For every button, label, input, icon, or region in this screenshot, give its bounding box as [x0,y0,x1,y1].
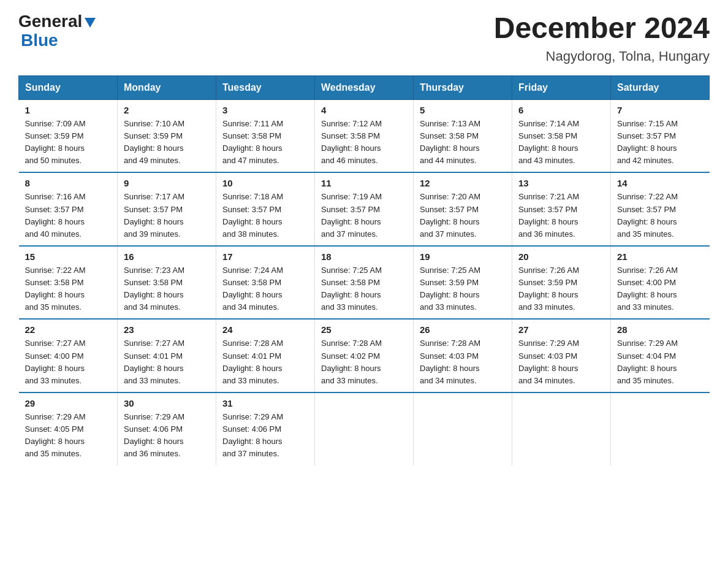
calendar-day-cell [512,393,611,465]
weekday-header-cell: Monday [118,75,216,99]
day-info: Sunrise: 7:24 AMSunset: 3:58 PMDaylight:… [222,266,283,312]
calendar-day-cell: 23Sunrise: 7:27 AMSunset: 4:01 PMDayligh… [118,319,216,393]
day-number: 3 [222,105,308,115]
day-info: Sunrise: 7:28 AMSunset: 4:01 PMDaylight:… [222,339,283,385]
day-number: 14 [617,178,703,188]
calendar-day-cell: 6Sunrise: 7:14 AMSunset: 3:58 PMDaylight… [512,99,611,172]
calendar-day-cell [315,393,414,465]
day-info: Sunrise: 7:28 AMSunset: 4:03 PMDaylight:… [420,339,480,385]
calendar-day-cell: 24Sunrise: 7:28 AMSunset: 4:01 PMDayligh… [216,319,315,393]
day-number: 7 [617,105,703,115]
weekday-header-cell: Friday [512,75,611,99]
calendar-week-row: 22Sunrise: 7:27 AMSunset: 4:00 PMDayligh… [19,319,710,393]
calendar-day-cell: 17Sunrise: 7:24 AMSunset: 3:58 PMDayligh… [216,246,315,320]
calendar-day-cell: 30Sunrise: 7:29 AMSunset: 4:06 PMDayligh… [118,393,216,465]
calendar-day-cell: 26Sunrise: 7:28 AMSunset: 4:03 PMDayligh… [414,319,512,393]
day-info: Sunrise: 7:28 AMSunset: 4:02 PMDaylight:… [321,339,382,385]
day-info: Sunrise: 7:15 AMSunset: 3:57 PMDaylight:… [617,119,678,165]
day-info: Sunrise: 7:20 AMSunset: 3:57 PMDaylight:… [420,192,480,238]
day-number: 26 [420,324,506,335]
calendar-day-cell: 22Sunrise: 7:27 AMSunset: 4:00 PMDayligh… [19,319,118,393]
day-info: Sunrise: 7:22 AMSunset: 3:57 PMDaylight:… [617,192,678,238]
calendar-day-cell: 16Sunrise: 7:23 AMSunset: 3:58 PMDayligh… [118,246,216,320]
day-number: 20 [518,251,604,262]
calendar-day-cell: 18Sunrise: 7:25 AMSunset: 3:58 PMDayligh… [315,246,414,320]
day-number: 11 [321,178,407,188]
day-info: Sunrise: 7:25 AMSunset: 3:58 PMDaylight:… [321,266,382,312]
day-number: 22 [25,324,112,335]
day-info: Sunrise: 7:13 AMSunset: 3:58 PMDaylight:… [420,119,480,165]
calendar-week-row: 15Sunrise: 7:22 AMSunset: 3:58 PMDayligh… [19,246,710,320]
weekday-header-cell: Wednesday [315,75,414,99]
day-number: 28 [617,324,703,335]
day-info: Sunrise: 7:21 AMSunset: 3:57 PMDaylight:… [518,192,579,238]
day-number: 13 [518,178,604,188]
day-number: 24 [222,324,308,335]
day-number: 17 [222,251,308,262]
day-number: 9 [124,178,210,188]
day-number: 27 [518,324,604,335]
day-info: Sunrise: 7:09 AMSunset: 3:59 PMDaylight:… [25,119,86,165]
day-number: 5 [420,105,506,115]
logo-general-text: General [18,12,82,31]
calendar-table: SundayMondayTuesdayWednesdayThursdayFrid… [18,75,710,465]
calendar-day-cell: 4Sunrise: 7:12 AMSunset: 3:58 PMDaylight… [315,99,414,172]
logo-triangle-icon [83,15,97,29]
calendar-day-cell: 11Sunrise: 7:19 AMSunset: 3:57 PMDayligh… [315,172,414,246]
calendar-day-cell: 29Sunrise: 7:29 AMSunset: 4:05 PMDayligh… [19,393,118,465]
day-info: Sunrise: 7:12 AMSunset: 3:58 PMDaylight:… [321,119,382,165]
calendar-day-cell: 2Sunrise: 7:10 AMSunset: 3:59 PMDaylight… [118,99,216,172]
calendar-day-cell: 31Sunrise: 7:29 AMSunset: 4:06 PMDayligh… [216,393,315,465]
calendar-day-cell: 1Sunrise: 7:09 AMSunset: 3:59 PMDaylight… [19,99,118,172]
day-number: 15 [25,251,112,262]
weekday-header-cell: Sunday [19,75,118,99]
day-number: 10 [222,178,308,188]
calendar-day-cell: 9Sunrise: 7:17 AMSunset: 3:57 PMDaylight… [118,172,216,246]
day-number: 29 [25,398,112,408]
calendar-day-cell: 8Sunrise: 7:16 AMSunset: 3:57 PMDaylight… [19,172,118,246]
day-number: 25 [321,324,407,335]
day-info: Sunrise: 7:26 AMSunset: 4:00 PMDaylight:… [617,266,678,312]
day-info: Sunrise: 7:22 AMSunset: 3:58 PMDaylight:… [25,266,86,312]
day-info: Sunrise: 7:23 AMSunset: 3:58 PMDaylight:… [124,266,184,312]
day-number: 21 [617,251,703,262]
weekday-header-cell: Tuesday [216,75,315,99]
calendar-day-cell: 25Sunrise: 7:28 AMSunset: 4:02 PMDayligh… [315,319,414,393]
calendar-body: 1Sunrise: 7:09 AMSunset: 3:59 PMDaylight… [19,99,710,465]
day-info: Sunrise: 7:11 AMSunset: 3:58 PMDaylight:… [222,119,283,165]
day-info: Sunrise: 7:29 AMSunset: 4:06 PMDaylight:… [222,412,283,458]
title-block: December 2024 Nagydorog, Tolna, Hungary [494,12,710,64]
location-title: Nagydorog, Tolna, Hungary [494,48,710,64]
day-info: Sunrise: 7:29 AMSunset: 4:05 PMDaylight:… [25,412,86,458]
day-info: Sunrise: 7:29 AMSunset: 4:06 PMDaylight:… [124,412,184,458]
day-number: 4 [321,105,407,115]
calendar-week-row: 1Sunrise: 7:09 AMSunset: 3:59 PMDaylight… [19,99,710,172]
calendar-day-cell: 15Sunrise: 7:22 AMSunset: 3:58 PMDayligh… [19,246,118,320]
day-info: Sunrise: 7:29 AMSunset: 4:04 PMDaylight:… [617,339,678,385]
day-info: Sunrise: 7:18 AMSunset: 3:57 PMDaylight:… [222,192,283,238]
day-number: 6 [518,105,604,115]
day-info: Sunrise: 7:26 AMSunset: 3:59 PMDaylight:… [518,266,579,312]
day-info: Sunrise: 7:27 AMSunset: 4:01 PMDaylight:… [124,339,184,385]
day-info: Sunrise: 7:29 AMSunset: 4:03 PMDaylight:… [518,339,579,385]
day-number: 18 [321,251,407,262]
calendar-day-cell: 12Sunrise: 7:20 AMSunset: 3:57 PMDayligh… [414,172,512,246]
day-info: Sunrise: 7:17 AMSunset: 3:57 PMDaylight:… [124,192,184,238]
calendar-day-cell: 28Sunrise: 7:29 AMSunset: 4:04 PMDayligh… [611,319,710,393]
calendar-day-cell [414,393,512,465]
day-number: 23 [124,324,210,335]
day-info: Sunrise: 7:27 AMSunset: 4:00 PMDaylight:… [25,339,86,385]
weekday-header-row: SundayMondayTuesdayWednesdayThursdayFrid… [19,75,710,99]
calendar-day-cell: 5Sunrise: 7:13 AMSunset: 3:58 PMDaylight… [414,99,512,172]
logo: General Blue [18,12,97,50]
month-title: December 2024 [494,12,710,45]
day-number: 2 [124,105,210,115]
logo-blue-text: Blue [21,31,58,50]
day-info: Sunrise: 7:25 AMSunset: 3:59 PMDaylight:… [420,266,480,312]
day-info: Sunrise: 7:14 AMSunset: 3:58 PMDaylight:… [518,119,579,165]
day-number: 16 [124,251,210,262]
calendar-day-cell: 3Sunrise: 7:11 AMSunset: 3:58 PMDaylight… [216,99,315,172]
day-info: Sunrise: 7:10 AMSunset: 3:59 PMDaylight:… [124,119,184,165]
calendar-day-cell: 14Sunrise: 7:22 AMSunset: 3:57 PMDayligh… [611,172,710,246]
calendar-week-row: 8Sunrise: 7:16 AMSunset: 3:57 PMDaylight… [19,172,710,246]
